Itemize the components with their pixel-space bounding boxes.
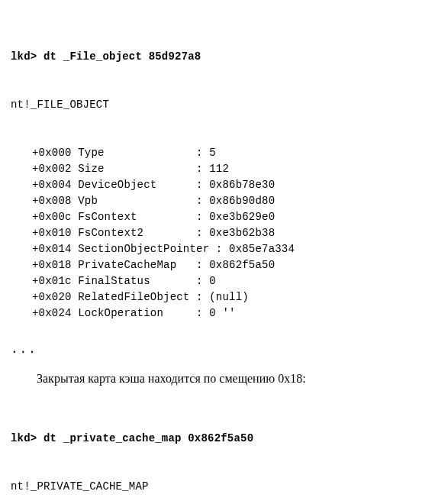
field-separator: : bbox=[189, 163, 209, 175]
field-value: 0x85e7a334 bbox=[229, 243, 295, 255]
field-value: (null) bbox=[209, 291, 249, 303]
field-value: 0xe3b629e0 bbox=[209, 211, 275, 223]
field-name: Size bbox=[72, 163, 190, 175]
field-row: +0x000 Type : 5 bbox=[11, 145, 430, 161]
command-line-2: lkd> dt _private_cache_map 0x862f5a50 bbox=[11, 431, 430, 447]
field-name: FsContext bbox=[72, 211, 190, 223]
field-row: +0x008 Vpb : 0x86b90d80 bbox=[11, 193, 430, 209]
field-offset: +0x002 bbox=[32, 163, 72, 175]
field-offset: +0x014 bbox=[32, 243, 72, 255]
debugger-output-block-1: lkd> dt _File_object 85d927a8 nt!_FILE_O… bbox=[11, 17, 430, 338]
command-line-1: lkd> dt _File_object 85d927a8 bbox=[11, 49, 430, 65]
field-separator: : bbox=[189, 259, 209, 271]
field-row: +0x020 RelatedFileObject : (null) bbox=[11, 289, 430, 305]
field-row: +0x010 FsContext2 : 0xe3b62b38 bbox=[11, 225, 430, 241]
field-value: 0x862f5a50 bbox=[209, 259, 275, 271]
field-separator: : bbox=[189, 147, 209, 159]
field-name: FinalStatus bbox=[72, 275, 190, 287]
field-row: +0x002 Size : 112 bbox=[11, 161, 430, 177]
field-name: SectionObjectPointer bbox=[72, 243, 210, 255]
field-value: 0xe3b62b38 bbox=[209, 227, 275, 239]
field-name: PrivateCacheMap bbox=[72, 259, 190, 271]
field-offset: +0x004 bbox=[32, 179, 72, 191]
paragraph-text: Закрытая карта кэша находится по смещени… bbox=[37, 370, 430, 388]
field-list-1: +0x000 Type : 5+0x002 Size : 112+0x004 D… bbox=[11, 145, 430, 321]
ellipsis: ... bbox=[11, 341, 430, 359]
field-value: 0 '' bbox=[209, 307, 235, 319]
prompt-2: lkd> bbox=[11, 432, 37, 444]
field-value: 5 bbox=[209, 147, 216, 159]
field-offset: +0x010 bbox=[32, 227, 72, 239]
field-name: LockOperation bbox=[72, 307, 190, 319]
field-separator: : bbox=[189, 307, 209, 319]
field-offset: +0x00c bbox=[32, 211, 72, 223]
field-separator: : bbox=[189, 195, 209, 207]
command-2: dt _private_cache_map 0x862f5a50 bbox=[44, 432, 253, 444]
debugger-output-block-2: lkd> dt _private_cache_map 0x862f5a50 nt… bbox=[11, 399, 430, 504]
field-row: +0x00c FsContext : 0xe3b629e0 bbox=[11, 209, 430, 225]
field-name: Type bbox=[72, 147, 190, 159]
field-offset: +0x018 bbox=[32, 259, 72, 271]
struct-name-1: nt!_FILE_OBJECT bbox=[11, 97, 430, 113]
prompt-1: lkd> bbox=[11, 50, 37, 63]
field-separator: : bbox=[189, 291, 209, 303]
field-offset: +0x008 bbox=[32, 195, 72, 207]
field-name: Vpb bbox=[72, 195, 190, 207]
field-value: 0 bbox=[209, 275, 216, 287]
field-separator: : bbox=[209, 243, 229, 255]
field-row: +0x014 SectionObjectPointer : 0x85e7a334 bbox=[11, 241, 430, 257]
field-row: +0x024 LockOperation : 0 '' bbox=[11, 305, 430, 321]
field-value: 0x86b90d80 bbox=[209, 195, 275, 207]
field-offset: +0x01c bbox=[32, 275, 72, 287]
field-separator: : bbox=[189, 227, 209, 239]
field-offset: +0x020 bbox=[32, 291, 72, 303]
field-row: +0x018 PrivateCacheMap : 0x862f5a50 bbox=[11, 257, 430, 273]
field-name: RelatedFileObject bbox=[72, 291, 190, 303]
field-offset: +0x024 bbox=[32, 307, 72, 319]
field-separator: : bbox=[189, 179, 209, 191]
field-separator: : bbox=[189, 275, 209, 287]
field-name: DeviceObject bbox=[72, 179, 190, 191]
field-row: +0x004 DeviceObject : 0x86b78e30 bbox=[11, 177, 430, 193]
field-row: +0x01c FinalStatus : 0 bbox=[11, 273, 430, 289]
command-1: dt _File_object 85d927a8 bbox=[44, 50, 201, 63]
field-offset: +0x000 bbox=[32, 147, 72, 159]
field-value: 112 bbox=[209, 163, 229, 175]
field-value: 0x86b78e30 bbox=[209, 179, 275, 191]
field-name: FsContext2 bbox=[72, 227, 190, 239]
struct-name-2: nt!_PRIVATE_CACHE_MAP bbox=[11, 479, 430, 495]
field-separator: : bbox=[189, 211, 209, 223]
